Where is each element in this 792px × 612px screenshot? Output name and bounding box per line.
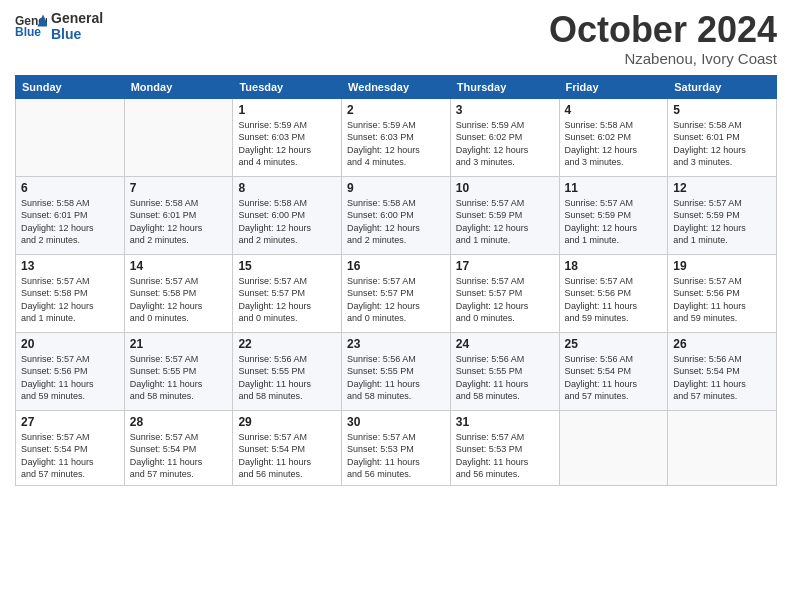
calendar-cell: 22Sunrise: 5:56 AM Sunset: 5:55 PM Dayli… bbox=[233, 332, 342, 410]
calendar-cell: 30Sunrise: 5:57 AM Sunset: 5:53 PM Dayli… bbox=[342, 410, 451, 485]
logo-blue: Blue bbox=[51, 26, 103, 42]
day-info: Sunrise: 5:57 AM Sunset: 5:55 PM Dayligh… bbox=[130, 353, 228, 403]
day-info: Sunrise: 5:59 AM Sunset: 6:02 PM Dayligh… bbox=[456, 119, 554, 169]
day-info: Sunrise: 5:59 AM Sunset: 6:03 PM Dayligh… bbox=[238, 119, 336, 169]
day-info: Sunrise: 5:57 AM Sunset: 5:53 PM Dayligh… bbox=[456, 431, 554, 481]
calendar-cell: 13Sunrise: 5:57 AM Sunset: 5:58 PM Dayli… bbox=[16, 254, 125, 332]
month-title: October 2024 bbox=[549, 10, 777, 50]
day-number: 28 bbox=[130, 415, 228, 429]
day-number: 22 bbox=[238, 337, 336, 351]
day-number: 30 bbox=[347, 415, 445, 429]
day-number: 11 bbox=[565, 181, 663, 195]
day-number: 16 bbox=[347, 259, 445, 273]
day-info: Sunrise: 5:58 AM Sunset: 6:01 PM Dayligh… bbox=[130, 197, 228, 247]
weekday-header-tuesday: Tuesday bbox=[233, 75, 342, 98]
weekday-header-saturday: Saturday bbox=[668, 75, 777, 98]
calendar-cell bbox=[16, 98, 125, 176]
weekday-header-monday: Monday bbox=[124, 75, 233, 98]
calendar-cell bbox=[559, 410, 668, 485]
day-info: Sunrise: 5:56 AM Sunset: 5:54 PM Dayligh… bbox=[673, 353, 771, 403]
calendar-cell: 10Sunrise: 5:57 AM Sunset: 5:59 PM Dayli… bbox=[450, 176, 559, 254]
day-number: 7 bbox=[130, 181, 228, 195]
day-info: Sunrise: 5:57 AM Sunset: 5:56 PM Dayligh… bbox=[21, 353, 119, 403]
day-info: Sunrise: 5:57 AM Sunset: 5:57 PM Dayligh… bbox=[456, 275, 554, 325]
weekday-header-row: SundayMondayTuesdayWednesdayThursdayFrid… bbox=[16, 75, 777, 98]
logo: General Blue General Blue bbox=[15, 10, 103, 42]
calendar-cell: 15Sunrise: 5:57 AM Sunset: 5:57 PM Dayli… bbox=[233, 254, 342, 332]
calendar-cell: 26Sunrise: 5:56 AM Sunset: 5:54 PM Dayli… bbox=[668, 332, 777, 410]
day-number: 24 bbox=[456, 337, 554, 351]
day-info: Sunrise: 5:57 AM Sunset: 5:57 PM Dayligh… bbox=[238, 275, 336, 325]
day-info: Sunrise: 5:57 AM Sunset: 5:56 PM Dayligh… bbox=[565, 275, 663, 325]
logo-icon: General Blue bbox=[15, 12, 47, 40]
day-info: Sunrise: 5:58 AM Sunset: 6:00 PM Dayligh… bbox=[347, 197, 445, 247]
weekday-header-sunday: Sunday bbox=[16, 75, 125, 98]
week-row-3: 13Sunrise: 5:57 AM Sunset: 5:58 PM Dayli… bbox=[16, 254, 777, 332]
calendar-cell: 3Sunrise: 5:59 AM Sunset: 6:02 PM Daylig… bbox=[450, 98, 559, 176]
location-title: Nzabenou, Ivory Coast bbox=[549, 50, 777, 67]
calendar-cell: 20Sunrise: 5:57 AM Sunset: 5:56 PM Dayli… bbox=[16, 332, 125, 410]
day-info: Sunrise: 5:58 AM Sunset: 6:01 PM Dayligh… bbox=[673, 119, 771, 169]
day-info: Sunrise: 5:57 AM Sunset: 5:58 PM Dayligh… bbox=[21, 275, 119, 325]
day-number: 12 bbox=[673, 181, 771, 195]
day-number: 4 bbox=[565, 103, 663, 117]
day-info: Sunrise: 5:56 AM Sunset: 5:54 PM Dayligh… bbox=[565, 353, 663, 403]
day-number: 10 bbox=[456, 181, 554, 195]
calendar-cell: 5Sunrise: 5:58 AM Sunset: 6:01 PM Daylig… bbox=[668, 98, 777, 176]
day-info: Sunrise: 5:58 AM Sunset: 6:02 PM Dayligh… bbox=[565, 119, 663, 169]
svg-text:Blue: Blue bbox=[15, 25, 41, 39]
day-number: 29 bbox=[238, 415, 336, 429]
calendar-cell: 6Sunrise: 5:58 AM Sunset: 6:01 PM Daylig… bbox=[16, 176, 125, 254]
calendar-cell: 17Sunrise: 5:57 AM Sunset: 5:57 PM Dayli… bbox=[450, 254, 559, 332]
day-info: Sunrise: 5:57 AM Sunset: 5:57 PM Dayligh… bbox=[347, 275, 445, 325]
day-number: 9 bbox=[347, 181, 445, 195]
day-info: Sunrise: 5:57 AM Sunset: 5:54 PM Dayligh… bbox=[130, 431, 228, 481]
calendar-table: SundayMondayTuesdayWednesdayThursdayFrid… bbox=[15, 75, 777, 486]
day-number: 6 bbox=[21, 181, 119, 195]
calendar-cell: 14Sunrise: 5:57 AM Sunset: 5:58 PM Dayli… bbox=[124, 254, 233, 332]
day-info: Sunrise: 5:56 AM Sunset: 5:55 PM Dayligh… bbox=[347, 353, 445, 403]
day-number: 1 bbox=[238, 103, 336, 117]
day-info: Sunrise: 5:57 AM Sunset: 5:54 PM Dayligh… bbox=[21, 431, 119, 481]
day-number: 27 bbox=[21, 415, 119, 429]
calendar-cell: 19Sunrise: 5:57 AM Sunset: 5:56 PM Dayli… bbox=[668, 254, 777, 332]
day-number: 14 bbox=[130, 259, 228, 273]
day-info: Sunrise: 5:56 AM Sunset: 5:55 PM Dayligh… bbox=[238, 353, 336, 403]
day-number: 21 bbox=[130, 337, 228, 351]
day-number: 2 bbox=[347, 103, 445, 117]
day-info: Sunrise: 5:56 AM Sunset: 5:55 PM Dayligh… bbox=[456, 353, 554, 403]
day-number: 17 bbox=[456, 259, 554, 273]
weekday-header-wednesday: Wednesday bbox=[342, 75, 451, 98]
day-info: Sunrise: 5:57 AM Sunset: 5:53 PM Dayligh… bbox=[347, 431, 445, 481]
title-area: October 2024 Nzabenou, Ivory Coast bbox=[549, 10, 777, 67]
calendar-cell: 4Sunrise: 5:58 AM Sunset: 6:02 PM Daylig… bbox=[559, 98, 668, 176]
day-number: 8 bbox=[238, 181, 336, 195]
day-info: Sunrise: 5:57 AM Sunset: 5:59 PM Dayligh… bbox=[456, 197, 554, 247]
day-number: 25 bbox=[565, 337, 663, 351]
weekday-header-friday: Friday bbox=[559, 75, 668, 98]
calendar-cell: 24Sunrise: 5:56 AM Sunset: 5:55 PM Dayli… bbox=[450, 332, 559, 410]
page: General Blue General Blue October 2024 N… bbox=[0, 0, 792, 612]
week-row-2: 6Sunrise: 5:58 AM Sunset: 6:01 PM Daylig… bbox=[16, 176, 777, 254]
calendar-cell: 31Sunrise: 5:57 AM Sunset: 5:53 PM Dayli… bbox=[450, 410, 559, 485]
day-number: 23 bbox=[347, 337, 445, 351]
weekday-header-thursday: Thursday bbox=[450, 75, 559, 98]
calendar-cell: 27Sunrise: 5:57 AM Sunset: 5:54 PM Dayli… bbox=[16, 410, 125, 485]
calendar-cell: 7Sunrise: 5:58 AM Sunset: 6:01 PM Daylig… bbox=[124, 176, 233, 254]
day-info: Sunrise: 5:57 AM Sunset: 5:58 PM Dayligh… bbox=[130, 275, 228, 325]
day-info: Sunrise: 5:57 AM Sunset: 5:59 PM Dayligh… bbox=[673, 197, 771, 247]
day-info: Sunrise: 5:57 AM Sunset: 5:54 PM Dayligh… bbox=[238, 431, 336, 481]
day-info: Sunrise: 5:59 AM Sunset: 6:03 PM Dayligh… bbox=[347, 119, 445, 169]
calendar-cell: 28Sunrise: 5:57 AM Sunset: 5:54 PM Dayli… bbox=[124, 410, 233, 485]
day-number: 20 bbox=[21, 337, 119, 351]
week-row-4: 20Sunrise: 5:57 AM Sunset: 5:56 PM Dayli… bbox=[16, 332, 777, 410]
calendar-cell: 2Sunrise: 5:59 AM Sunset: 6:03 PM Daylig… bbox=[342, 98, 451, 176]
day-info: Sunrise: 5:57 AM Sunset: 5:59 PM Dayligh… bbox=[565, 197, 663, 247]
day-number: 13 bbox=[21, 259, 119, 273]
day-info: Sunrise: 5:57 AM Sunset: 5:56 PM Dayligh… bbox=[673, 275, 771, 325]
day-number: 3 bbox=[456, 103, 554, 117]
week-row-1: 1Sunrise: 5:59 AM Sunset: 6:03 PM Daylig… bbox=[16, 98, 777, 176]
header: General Blue General Blue October 2024 N… bbox=[15, 10, 777, 67]
calendar-cell: 11Sunrise: 5:57 AM Sunset: 5:59 PM Dayli… bbox=[559, 176, 668, 254]
calendar-cell: 1Sunrise: 5:59 AM Sunset: 6:03 PM Daylig… bbox=[233, 98, 342, 176]
